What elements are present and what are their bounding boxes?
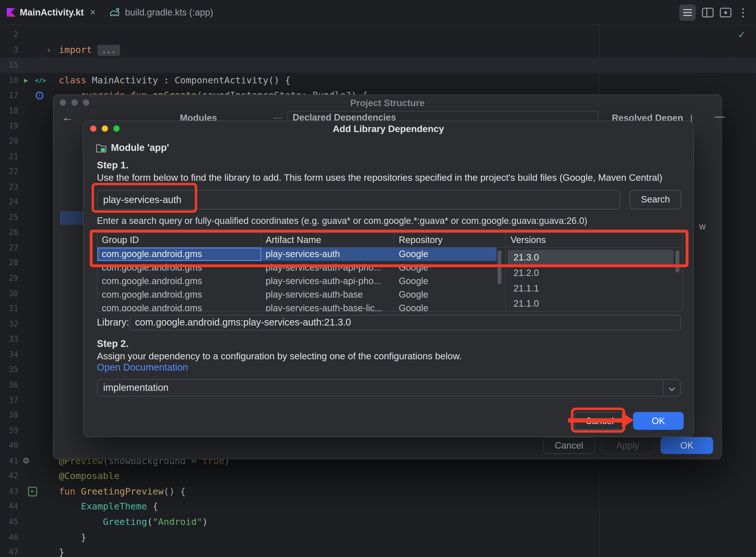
result-cell: Google [394, 247, 496, 261]
run-icon[interactable]: ▶ [21, 72, 31, 88]
line-number: 15 [0, 57, 18, 72]
code-line: 44 ExampleTheme { [0, 499, 756, 514]
hide-panel-icon[interactable]: — [715, 111, 724, 122]
ide-window: MainActivity.kt × build.gradle.kts (:app… [0, 0, 756, 557]
configuration-select[interactable]: implementation [97, 379, 681, 397]
code-line: 43▶fun GreetingPreview() { [0, 484, 756, 499]
code-text: import ... [59, 42, 120, 57]
line-number: 27 [0, 240, 18, 256]
line-number: 41 [0, 453, 18, 469]
result-row[interactable]: com.google.android.gmsplay-services-auth… [97, 247, 496, 261]
line-number: 2 [0, 27, 18, 42]
gear-icon[interactable]: ⚙ [21, 453, 31, 469]
code-text: Greeting("Android") [59, 514, 208, 529]
clipped-text-fragment: w [699, 221, 706, 232]
column-repository[interactable]: Repository [394, 233, 505, 247]
gradle-file-icon [109, 8, 121, 17]
line-number: 21 [0, 149, 18, 164]
result-row[interactable]: com.google.android.gmsplay-services-auth… [97, 261, 496, 274]
override-icon[interactable]: ↑ [36, 92, 43, 99]
versions-panel: Versions 21.3.021.2.021.1.121.1.0 [506, 233, 682, 311]
results-table-header: Group ID Artifact Name Repository [97, 233, 505, 247]
version-row[interactable]: 21.3.0 [508, 250, 673, 265]
line-number: 46 [0, 529, 18, 545]
result-cell: Google [394, 288, 496, 301]
result-cell: play-services-auth [261, 247, 394, 261]
search-input[interactable] [97, 190, 620, 209]
editor-tab-bar: MainActivity.kt × build.gradle.kts (:app… [0, 0, 756, 25]
line-number: 23 [0, 179, 18, 195]
result-cell: Google [394, 274, 496, 288]
more-options-icon[interactable]: ⋮ [738, 4, 748, 21]
column-artifact-name[interactable]: Artifact Name [261, 233, 394, 247]
configuration-value: implementation [103, 380, 169, 395]
select-chevron[interactable] [663, 380, 680, 396]
split-line [706, 9, 707, 16]
version-row[interactable]: 21.1.1 [508, 281, 673, 296]
line-number: 31 [0, 301, 18, 316]
line-number: 39 [0, 423, 18, 438]
library-field[interactable]: com.google.android.gms:play-services-aut… [130, 315, 681, 331]
line-number: 17 [0, 88, 18, 103]
markup-icon[interactable]: </> [32, 72, 49, 88]
result-cell: play-services-auth-base-lic... [261, 301, 394, 312]
preview-icon[interactable]: ▶ [28, 487, 37, 496]
line-number: 42 [0, 469, 18, 484]
line-number: 29 [0, 271, 18, 286]
column-group-id[interactable]: Group ID [97, 233, 261, 247]
result-cell: play-services-auth-api-pho... [261, 274, 394, 288]
ps-cancel-button[interactable]: Cancel [543, 437, 595, 454]
module-icon [96, 143, 107, 153]
modules-list-selected-row[interactable] [60, 211, 83, 225]
search-button[interactable]: Search [630, 190, 681, 209]
tab-build-gradle[interactable]: build.gradle.kts (:app) [102, 0, 220, 25]
search-results-panel: Group ID Artifact Name Repository com.go… [97, 233, 683, 312]
line-number: 33 [0, 331, 18, 347]
split-editor-icon[interactable] [702, 8, 714, 17]
add-library-dependency-dialog: Add Library Dependency Module 'app' Step… [83, 120, 694, 437]
code-line: 3›import ... [0, 42, 756, 57]
result-cell: com.google.android.gms [97, 274, 261, 288]
ok-button[interactable]: OK [633, 412, 684, 430]
inspection-ok-icon[interactable]: ✓ [738, 29, 746, 40]
result-cell: play-services-auth-base [261, 288, 394, 301]
version-row[interactable]: 21.2.0 [508, 265, 673, 281]
step2-description: Assign your dependency to a configuratio… [97, 351, 462, 361]
line-number: 45 [0, 514, 18, 529]
structure-view-button[interactable] [679, 4, 696, 21]
annotation-arrow-head [622, 413, 634, 428]
code-line: 47} [0, 545, 756, 557]
result-row[interactable]: com.google.android.gmsplay-services-auth… [97, 288, 496, 301]
tab-mainactivity[interactable]: MainActivity.kt × [0, 0, 102, 25]
line-number: 40 [0, 438, 18, 453]
code-text: } [59, 529, 86, 545]
line-number: 25 [0, 210, 18, 225]
fold-icon[interactable]: › [44, 42, 53, 57]
line-number: 19 [0, 118, 18, 134]
dialog-title: Add Library Dependency [83, 124, 693, 135]
close-tab-icon[interactable]: × [90, 7, 96, 18]
result-row[interactable]: com.google.android.gmsplay-services-auth… [97, 274, 496, 288]
line-number: 18 [0, 103, 18, 118]
version-row[interactable]: 21.1.0 [508, 296, 673, 312]
result-row[interactable]: com.google.android.gmsplay-services-auth… [97, 301, 496, 312]
results-scrollbar[interactable] [497, 250, 502, 284]
ps-ok-button[interactable]: OK [661, 437, 713, 454]
line-number: 22 [0, 164, 18, 179]
results-rows: com.google.android.gmsplay-services-auth… [97, 247, 505, 312]
code-line: 45 Greeting("Android") [0, 514, 756, 529]
line-number: 37 [0, 392, 18, 408]
line-number: 47 [0, 545, 18, 557]
line-number: 36 [0, 377, 18, 392]
list-icon [683, 12, 692, 13]
preview-layout-icon[interactable] [720, 8, 731, 17]
versions-rows: 21.3.021.2.021.1.121.1.0 [506, 247, 682, 312]
result-cell: com.google.android.gms [97, 261, 261, 274]
ps-apply-button[interactable]: Apply [601, 437, 654, 454]
code-line: 46 } [0, 529, 756, 545]
versions-scrollbar[interactable] [675, 250, 679, 272]
back-arrow-icon[interactable]: ← [62, 112, 73, 124]
line-number: 44 [0, 499, 18, 514]
open-documentation-link[interactable]: Open Documentation [97, 362, 188, 373]
line-number: 16 [0, 72, 18, 88]
